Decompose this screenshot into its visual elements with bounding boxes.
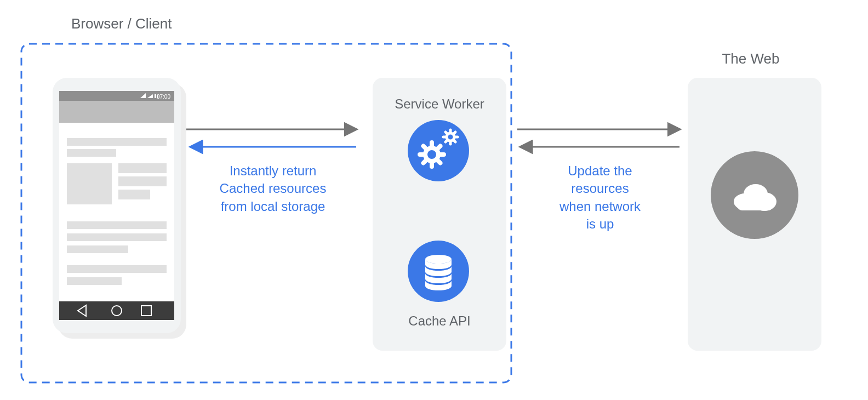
update-resources-text: Update the resources when network is up — [532, 162, 669, 233]
svg-rect-38 — [118, 163, 167, 173]
svg-rect-36 — [67, 149, 116, 157]
svg-layer: 07:00 — [0, 0, 868, 400]
svg-rect-39 — [118, 176, 167, 186]
svg-rect-32 — [155, 94, 156, 98]
svg-line-7 — [424, 161, 426, 163]
svg-line-17 — [454, 140, 455, 142]
gears-icon — [408, 120, 469, 181]
svg-line-18 — [446, 132, 447, 134]
database-icon — [408, 241, 469, 302]
svg-rect-45 — [67, 277, 122, 285]
svg-rect-44 — [67, 265, 167, 273]
svg-point-20 — [425, 255, 452, 264]
svg-line-6 — [438, 146, 441, 149]
svg-rect-33 — [157, 95, 158, 98]
svg-rect-41 — [67, 221, 167, 229]
instant-return-text: Instantly return Cached resources from l… — [188, 162, 358, 215]
svg-rect-40 — [118, 190, 150, 199]
phone-device: 07:00 — [53, 78, 186, 339]
svg-line-15 — [454, 132, 455, 134]
svg-rect-35 — [67, 138, 167, 146]
svg-line-16 — [446, 140, 447, 142]
service-worker-panel — [373, 78, 506, 351]
cloud-icon — [711, 151, 798, 239]
svg-rect-42 — [67, 233, 167, 241]
svg-rect-28 — [59, 91, 174, 320]
diagram-stage: Browser / Client The Web — [0, 0, 868, 400]
svg-rect-46 — [59, 301, 174, 320]
svg-line-8 — [438, 161, 441, 163]
service-worker-label: Service Worker — [373, 96, 506, 112]
svg-rect-37 — [67, 163, 112, 204]
svg-line-9 — [424, 146, 426, 149]
svg-rect-34 — [59, 101, 174, 123]
phone-status-time: 07:00 — [157, 94, 170, 100]
svg-rect-43 — [67, 245, 128, 253]
cache-api-label: Cache API — [373, 313, 506, 329]
svg-rect-25 — [737, 201, 773, 210]
